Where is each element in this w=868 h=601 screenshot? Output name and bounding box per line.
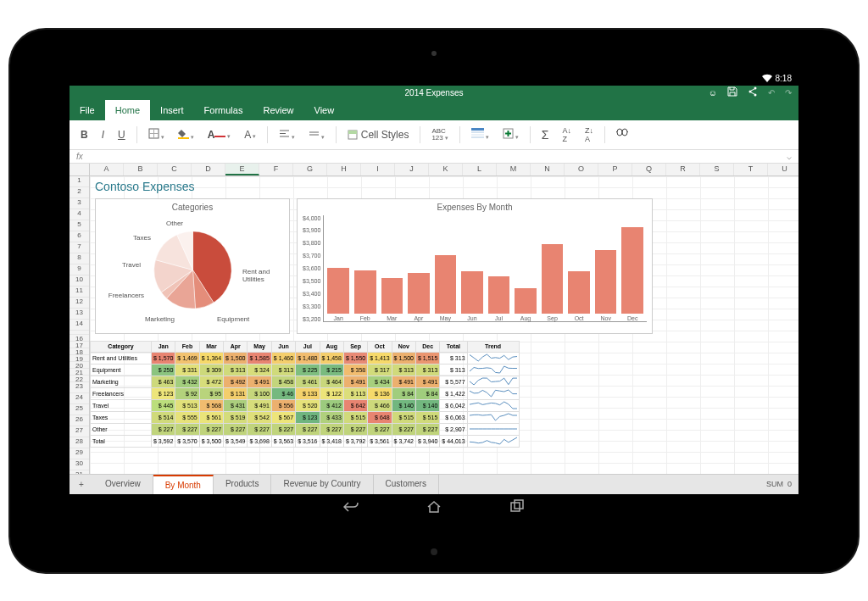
value-cell[interactable]: $ 313: [224, 364, 248, 376]
value-cell[interactable]: $ 313: [392, 364, 415, 376]
insert-cells-button[interactable]: [498, 125, 523, 144]
value-cell[interactable]: $ 520: [296, 399, 320, 411]
borders-button[interactable]: [144, 125, 169, 144]
value-cell[interactable]: $ 84: [415, 387, 439, 399]
value-cell[interactable]: $ 466: [368, 399, 392, 411]
sort-asc-button[interactable]: A↓Z: [558, 124, 576, 146]
fx-expand-icon[interactable]: ⌵: [787, 152, 792, 161]
table-header[interactable]: Trend: [467, 341, 519, 352]
col-header-U[interactable]: U: [768, 164, 798, 175]
col-header-G[interactable]: G: [293, 164, 327, 175]
add-sheet-button[interactable]: +: [70, 476, 93, 493]
value-cell[interactable]: $ 227: [320, 423, 343, 435]
value-cell[interactable]: $ 519: [224, 411, 248, 423]
row-header[interactable]: 21: [70, 369, 89, 376]
select-all-corner[interactable]: [70, 164, 90, 175]
value-cell[interactable]: $ 84: [392, 387, 415, 399]
recent-apps-button[interactable]: [509, 499, 525, 516]
value-cell[interactable]: $ 3,570: [175, 435, 199, 447]
value-cell[interactable]: $ 250: [152, 364, 175, 376]
col-header-Q[interactable]: Q: [632, 164, 666, 175]
row-header[interactable]: 30: [70, 459, 89, 470]
sheet-content[interactable]: Contoso Expenses Categories Rent and Uti…: [90, 176, 798, 474]
row-header[interactable]: 4: [70, 209, 89, 220]
row-header[interactable]: 8: [70, 253, 89, 264]
font-size-button[interactable]: A: [240, 126, 260, 143]
value-cell[interactable]: $ 3,563: [271, 435, 295, 447]
value-cell[interactable]: $ 433: [320, 411, 343, 423]
value-cell[interactable]: $ 46: [271, 387, 295, 399]
value-cell[interactable]: $ 313: [271, 364, 295, 376]
row-header[interactable]: 18: [70, 348, 89, 355]
row-header[interactable]: 2: [70, 187, 89, 198]
row-header[interactable]: 22: [70, 376, 89, 382]
value-cell[interactable]: $ 515: [392, 411, 415, 423]
value-cell[interactable]: $ 227: [296, 423, 320, 435]
table-header[interactable]: Aug: [320, 341, 343, 352]
bold-button[interactable]: B: [76, 126, 92, 143]
col-header-P[interactable]: P: [598, 164, 632, 175]
table-header[interactable]: Category: [91, 341, 152, 352]
value-cell[interactable]: $ 227: [199, 423, 223, 435]
expenses-table[interactable]: CategoryJanFebMarAprMayJunJulAugSepOctNo…: [90, 341, 520, 448]
col-header-T[interactable]: T: [734, 164, 768, 175]
col-header-F[interactable]: F: [259, 164, 293, 175]
formula-bar[interactable]: fx ⌵: [70, 150, 798, 164]
value-cell[interactable]: $ 3,792: [343, 435, 367, 447]
value-cell[interactable]: $ 445: [152, 399, 175, 411]
value-cell[interactable]: $ 3,549: [224, 435, 248, 447]
fill-color-button[interactable]: [174, 125, 198, 144]
share-icon[interactable]: [748, 86, 758, 98]
row-header[interactable]: 13: [70, 309, 89, 320]
tab-view[interactable]: View: [304, 100, 345, 120]
sheet-tab[interactable]: Customers: [374, 475, 439, 494]
value-cell[interactable]: $ 136: [368, 387, 392, 399]
value-cell[interactable]: $ 1,500: [392, 352, 415, 364]
total-cell[interactable]: $ 6,042: [440, 399, 467, 411]
value-cell[interactable]: $ 358: [343, 364, 367, 376]
table-header[interactable]: Jul: [296, 341, 320, 352]
row-header[interactable]: 26: [70, 415, 89, 426]
col-header-L[interactable]: L: [463, 164, 497, 175]
category-cell[interactable]: Total: [91, 435, 152, 447]
value-cell[interactable]: $ 648: [368, 411, 392, 423]
undo-icon[interactable]: ↶: [768, 88, 775, 97]
table-header[interactable]: Total: [440, 341, 467, 352]
font-color-button[interactable]: A: [203, 126, 236, 143]
category-cell[interactable]: Travel: [91, 399, 152, 411]
value-cell[interactable]: $ 227: [415, 423, 439, 435]
row-header[interactable]: 7: [70, 242, 89, 253]
value-cell[interactable]: $ 123: [152, 387, 175, 399]
value-cell[interactable]: $ 515: [343, 411, 367, 423]
back-button[interactable]: [343, 499, 359, 516]
row-header[interactable]: 12: [70, 298, 89, 309]
autosum-button[interactable]: Σ: [537, 125, 554, 144]
row-header[interactable]: 23: [70, 382, 89, 393]
value-cell[interactable]: $ 3,500: [199, 435, 223, 447]
value-cell[interactable]: $ 227: [343, 423, 367, 435]
value-cell[interactable]: $ 412: [320, 399, 343, 411]
total-cell[interactable]: $ 1,422: [440, 387, 467, 399]
value-cell[interactable]: $ 568: [199, 399, 223, 411]
sheet-tab[interactable]: Revenue by Country: [271, 475, 373, 494]
col-header-M[interactable]: M: [497, 164, 531, 175]
value-cell[interactable]: $ 227: [224, 423, 248, 435]
value-cell[interactable]: $ 227: [175, 423, 199, 435]
total-cell[interactable]: $ 6,063: [440, 411, 467, 423]
value-cell[interactable]: $ 515: [415, 411, 439, 423]
sheet-tab[interactable]: Products: [214, 475, 271, 494]
redo-icon[interactable]: ↷: [785, 88, 792, 97]
value-cell[interactable]: $ 324: [248, 364, 271, 376]
table-header[interactable]: Sep: [343, 341, 367, 352]
value-cell[interactable]: $ 122: [320, 387, 343, 399]
value-cell[interactable]: $ 491: [343, 376, 367, 387]
value-cell[interactable]: $ 227: [368, 423, 392, 435]
v-align-button[interactable]: [304, 125, 329, 144]
italic-button[interactable]: I: [97, 126, 108, 143]
table-row[interactable]: Rent and Utilities$ 1,570$ 1,469$ 1,364$…: [91, 352, 520, 364]
value-cell[interactable]: $ 542: [248, 411, 271, 423]
row-header[interactable]: 5: [70, 220, 89, 231]
col-header-K[interactable]: K: [429, 164, 463, 175]
table-header[interactable]: Jan: [152, 341, 175, 352]
row-header[interactable]: 16: [70, 335, 89, 342]
